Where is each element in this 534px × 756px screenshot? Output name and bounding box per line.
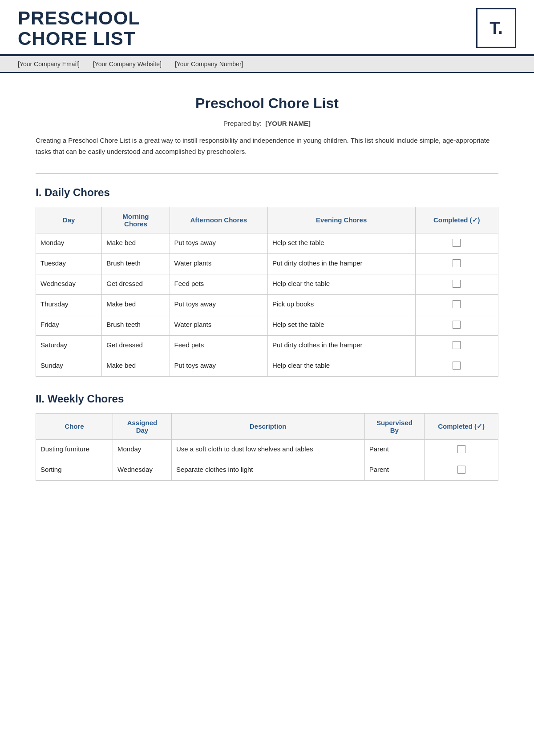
checkbox-icon: [453, 341, 461, 349]
prepared-name: [YOUR NAME]: [265, 120, 311, 127]
table-cell: Separate clothes into light: [171, 460, 364, 480]
section2-heading: II. Weekly Chores: [36, 393, 498, 405]
table-cell: Help clear the table: [267, 356, 415, 376]
main-content: Preschool Chore List Prepared by: [YOUR …: [0, 73, 534, 523]
col-completed2: Completed (✓): [425, 413, 498, 439]
table-cell: Wednesday: [36, 274, 102, 294]
table-cell: Put toys away: [170, 294, 267, 315]
checkbox-icon: [453, 239, 461, 247]
section-divider: [36, 173, 498, 174]
subheader: [Your Company Email] [Your Company Websi…: [0, 56, 534, 73]
table-cell: Monday: [113, 439, 171, 460]
checkbox-cell[interactable]: [415, 294, 498, 315]
checkbox-cell[interactable]: [415, 233, 498, 253]
table-row: TuesdayBrush teethWater plantsPut dirty …: [36, 253, 498, 274]
table-cell: Help set the table: [267, 315, 415, 335]
checkbox-icon: [453, 280, 461, 288]
checkbox-cell[interactable]: [415, 356, 498, 376]
checkbox-icon: [453, 259, 461, 267]
table-cell: Help clear the table: [267, 274, 415, 294]
table-cell: Parent: [364, 439, 424, 460]
table-row: FridayBrush teethWater plantsHelp set th…: [36, 315, 498, 335]
weekly-header-row: Chore AssignedDay Description Supervised…: [36, 413, 498, 439]
company-number: [Your Company Number]: [175, 60, 243, 68]
header-title-block: PRESCHOOL CHORE LIST: [18, 8, 476, 54]
table-header-row: Day MorningChores Afternoon Chores Eveni…: [36, 207, 498, 233]
table-cell: Parent: [364, 460, 424, 480]
checkbox-icon: [453, 321, 461, 329]
table-cell: Saturday: [36, 335, 102, 356]
table-cell: Friday: [36, 315, 102, 335]
table-cell: Get dressed: [102, 274, 170, 294]
checkbox-icon: [453, 300, 461, 308]
table-cell: Help set the table: [267, 233, 415, 253]
table-cell: Brush teeth: [102, 253, 170, 274]
table-cell: Make bed: [102, 356, 170, 376]
table-row: SundayMake bedPut toys awayHelp clear th…: [36, 356, 498, 376]
table-cell: Put dirty clothes in the hamper: [267, 253, 415, 274]
col-day: Day: [36, 207, 102, 233]
company-website: [Your Company Website]: [93, 60, 162, 68]
weekly-chores-table: Chore AssignedDay Description Supervised…: [36, 413, 498, 481]
table-cell: Make bed: [102, 294, 170, 315]
company-email: [Your Company Email]: [18, 60, 80, 68]
table-cell: Wednesday: [113, 460, 171, 480]
table-row: ThursdayMake bedPut toys awayPick up boo…: [36, 294, 498, 315]
table-cell: Sunday: [36, 356, 102, 376]
table-cell: Thursday: [36, 294, 102, 315]
checkbox-cell[interactable]: [425, 460, 498, 480]
table-cell: Make bed: [102, 233, 170, 253]
checkbox-cell[interactable]: [415, 253, 498, 274]
prepared-label: Prepared by:: [223, 120, 262, 127]
title-line2: CHORE LIST: [18, 28, 476, 49]
table-cell: Water plants: [170, 315, 267, 335]
table-cell: Brush teeth: [102, 315, 170, 335]
table-row: SaturdayGet dressedFeed petsPut dirty cl…: [36, 335, 498, 356]
table-cell: Get dressed: [102, 335, 170, 356]
table-row: MondayMake bedPut toys awayHelp set the …: [36, 233, 498, 253]
checkbox-cell[interactable]: [415, 274, 498, 294]
table-cell: Use a soft cloth to dust low shelves and…: [171, 439, 364, 460]
col-evening: Evening Chores: [267, 207, 415, 233]
table-cell: Sorting: [36, 460, 113, 480]
col-chore: Chore: [36, 413, 113, 439]
table-cell: Pick up books: [267, 294, 415, 315]
table-cell: Feed pets: [170, 274, 267, 294]
checkbox-icon: [457, 466, 465, 474]
prepared-by-line: Prepared by: [YOUR NAME]: [36, 120, 498, 127]
checkbox-cell[interactable]: [425, 439, 498, 460]
col-description: Description: [171, 413, 364, 439]
document-title: Preschool Chore List: [36, 95, 498, 112]
table-cell: Feed pets: [170, 335, 267, 356]
checkbox-cell[interactable]: [415, 335, 498, 356]
daily-chores-table: Day MorningChores Afternoon Chores Eveni…: [36, 207, 498, 377]
checkbox-icon: [457, 445, 465, 453]
col-completed: Completed (✓): [415, 207, 498, 233]
header: PRESCHOOL CHORE LIST T.: [0, 0, 534, 56]
checkbox-cell[interactable]: [415, 315, 498, 335]
table-cell: Water plants: [170, 253, 267, 274]
table-cell: Dusting furniture: [36, 439, 113, 460]
table-row: WednesdayGet dressedFeed petsHelp clear …: [36, 274, 498, 294]
col-assigned-day: AssignedDay: [113, 413, 171, 439]
table-cell: Put toys away: [170, 356, 267, 376]
table-cell: Put toys away: [170, 233, 267, 253]
company-logo: T.: [476, 8, 516, 48]
table-row: Dusting furnitureMondayUse a soft cloth …: [36, 439, 498, 460]
col-morning: MorningChores: [102, 207, 170, 233]
intro-text: Creating a Preschool Chore List is a gre…: [36, 135, 498, 157]
table-row: SortingWednesdaySeparate clothes into li…: [36, 460, 498, 480]
table-cell: Monday: [36, 233, 102, 253]
checkbox-icon: [453, 362, 461, 370]
section1-heading: I. Daily Chores: [36, 186, 498, 199]
title-line1: PRESCHOOL: [18, 8, 476, 28]
table-cell: Tuesday: [36, 253, 102, 274]
col-afternoon: Afternoon Chores: [170, 207, 267, 233]
col-supervised-by: SupervisedBy: [364, 413, 424, 439]
table-cell: Put dirty clothes in the hamper: [267, 335, 415, 356]
